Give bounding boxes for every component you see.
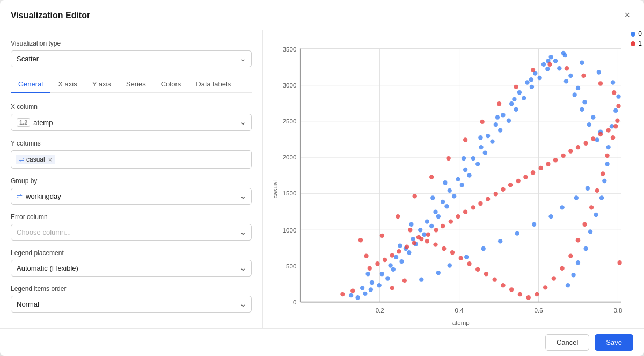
svg-point-80 <box>557 66 561 70</box>
x-column-select[interactable]: 1.2 atemp <box>11 114 252 131</box>
svg-point-103 <box>563 53 567 57</box>
svg-point-28 <box>349 293 353 297</box>
svg-point-70 <box>517 90 522 95</box>
svg-point-55 <box>467 173 471 177</box>
legend-order-select[interactable]: Normal <box>11 296 252 313</box>
svg-point-52 <box>448 188 452 193</box>
viz-type-select[interactable]: Scatter Line Bar <box>11 50 252 67</box>
svg-point-123 <box>481 246 486 251</box>
svg-text:0.2: 0.2 <box>376 307 384 314</box>
svg-point-143 <box>434 228 438 232</box>
tab-datalabels[interactable]: Data labels <box>188 76 238 93</box>
svg-point-193 <box>576 238 580 242</box>
svg-point-60 <box>479 145 483 149</box>
svg-point-189 <box>601 171 605 176</box>
error-column-select[interactable]: Choose column... <box>11 224 252 241</box>
svg-point-131 <box>340 292 345 296</box>
svg-point-73 <box>537 76 541 80</box>
cancel-button[interactable]: Cancel <box>545 334 589 351</box>
svg-point-136 <box>383 258 387 262</box>
svg-point-125 <box>515 231 519 235</box>
group-by-value: workingday <box>26 192 61 200</box>
legend-placement-select[interactable]: Automatic (Flexible) <box>11 260 252 277</box>
svg-point-106 <box>611 80 615 84</box>
svg-point-137 <box>390 253 394 257</box>
svg-point-118 <box>566 283 570 287</box>
svg-point-111 <box>602 179 606 183</box>
svg-point-82 <box>564 79 568 83</box>
svg-point-132 <box>350 288 355 293</box>
svg-text:0.4: 0.4 <box>455 307 464 314</box>
svg-point-59 <box>483 150 487 155</box>
svg-point-44 <box>418 228 422 232</box>
tab-general[interactable]: General <box>11 76 50 93</box>
svg-point-167 <box>613 124 618 128</box>
svg-point-99 <box>495 115 500 119</box>
svg-point-109 <box>610 124 614 128</box>
svg-point-175 <box>463 137 467 142</box>
svg-point-120 <box>436 271 441 275</box>
svg-point-177 <box>497 101 501 106</box>
svg-point-146 <box>456 214 460 219</box>
svg-point-122 <box>464 255 469 259</box>
y-columns-input[interactable]: ⇌ casual × <box>11 150 252 169</box>
svg-point-153 <box>508 183 513 187</box>
svg-point-31 <box>377 283 381 287</box>
svg-text:3000: 3000 <box>283 82 297 89</box>
svg-point-64 <box>494 122 498 127</box>
svg-point-205 <box>475 267 480 272</box>
group-by-select[interactable]: ⇌ workingday <box>11 188 252 205</box>
legend-placement-group: Legend placement Automatic (Flexible) ⌄ <box>11 249 252 277</box>
svg-point-104 <box>580 61 584 65</box>
svg-point-112 <box>599 195 604 200</box>
modal-body: Visualization type Scatter Line Bar Gene… <box>0 30 644 328</box>
svg-point-162 <box>576 145 580 149</box>
tab-colors[interactable]: Colors <box>153 76 189 93</box>
svg-point-78 <box>548 55 553 59</box>
tab-series[interactable]: Series <box>119 76 153 93</box>
tab-yaxis[interactable]: Y axis <box>85 76 119 93</box>
svg-point-200 <box>518 292 522 296</box>
svg-point-69 <box>522 96 526 100</box>
svg-point-29 <box>369 287 373 292</box>
svg-point-214 <box>402 279 407 283</box>
legend-order-label: Legend items order <box>11 285 252 293</box>
error-column-select-wrapper: Choose column... ⌄ <box>11 224 252 241</box>
error-column-label: Error column <box>11 213 252 221</box>
svg-point-195 <box>560 266 564 270</box>
svg-point-196 <box>552 276 556 280</box>
tab-xaxis[interactable]: X axis <box>50 76 84 93</box>
tag-remove-button[interactable]: × <box>48 156 53 163</box>
svg-point-198 <box>535 292 539 296</box>
tag-link-icon: ⇌ <box>19 156 24 163</box>
svg-point-144 <box>441 224 445 228</box>
close-button[interactable]: × <box>621 9 633 22</box>
save-button[interactable]: Save <box>595 334 633 351</box>
y-axis-label: casual <box>272 180 279 198</box>
modal-header: Visualization Editor × <box>0 0 644 30</box>
svg-point-215 <box>390 286 394 290</box>
legend-label-1: 1 <box>638 40 642 47</box>
svg-point-159 <box>553 158 558 162</box>
svg-point-183 <box>598 81 603 85</box>
svg-point-142 <box>426 233 430 237</box>
svg-point-168 <box>617 260 621 265</box>
svg-point-47 <box>436 214 441 219</box>
svg-point-172 <box>413 194 417 198</box>
svg-point-190 <box>595 188 599 193</box>
y-columns-label: Y columns <box>11 140 252 147</box>
legend-order-group: Legend items order Normal ⌄ <box>11 285 252 313</box>
svg-point-90 <box>595 137 599 142</box>
svg-point-148 <box>471 205 475 209</box>
svg-point-75 <box>545 67 550 71</box>
svg-point-116 <box>576 260 580 265</box>
svg-text:1000: 1000 <box>283 227 297 234</box>
svg-point-150 <box>486 197 490 201</box>
svg-point-161 <box>568 149 573 153</box>
svg-point-188 <box>605 154 609 158</box>
svg-point-207 <box>459 256 463 260</box>
svg-point-114 <box>588 229 592 234</box>
svg-text:2500: 2500 <box>283 118 297 125</box>
modal-title: Visualization Editor <box>11 11 90 20</box>
svg-point-176 <box>480 120 484 124</box>
